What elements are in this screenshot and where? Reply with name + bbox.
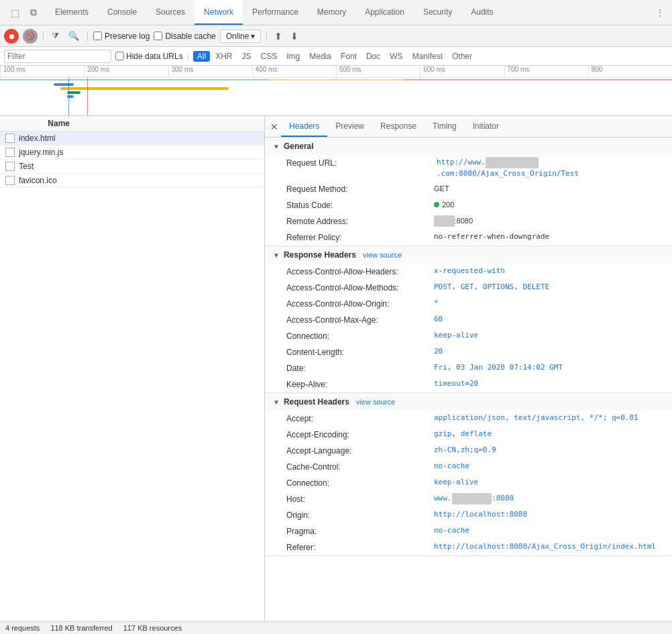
remote-blurred: [434, 215, 455, 227]
tab-console[interactable]: Console: [98, 0, 146, 25]
request-header-row: Referer:http://localhost:8080/Ajax_Cross…: [265, 539, 672, 556]
tab-elements[interactable]: Elements: [46, 0, 98, 25]
url-blurred: [486, 157, 539, 168]
response-headers-header[interactable]: ▼ Response Headers view source: [265, 246, 672, 264]
tab-security[interactable]: Security: [414, 0, 461, 25]
file-item[interactable]: index.html: [0, 131, 264, 146]
upload-icon[interactable]: ⬆: [272, 31, 284, 42]
name-column-label: Name: [48, 119, 70, 128]
response-header-value: x-requested-with: [434, 266, 505, 278]
preserve-log-label[interactable]: Preserve log: [93, 32, 150, 41]
disable-cache-label[interactable]: Disable cache: [154, 32, 215, 41]
response-headers-arrow: ▼: [273, 252, 280, 259]
request-header-value: zh-CN,zh;q=0.9: [434, 445, 496, 457]
inspect-icon[interactable]: ⬚: [7, 5, 23, 21]
file-icon: [5, 134, 15, 143]
file-item[interactable]: jquery.min.js: [0, 146, 264, 160]
filter-btn-manifest[interactable]: Manifest: [408, 51, 447, 62]
file-item[interactable]: favicon.ico: [0, 174, 264, 188]
request-header-name: Referer:: [286, 541, 434, 553]
request-header-row: Accept:application/json, text/javascript…: [265, 411, 672, 427]
filter-input[interactable]: [4, 50, 111, 63]
preserve-log-checkbox[interactable]: [93, 32, 102, 40]
request-header-name: Accept-Encoding:: [286, 429, 434, 441]
hide-data-urls-text: Hide data URLs: [126, 52, 183, 61]
tab-audits[interactable]: Audits: [461, 0, 502, 25]
detail-tab-timing[interactable]: Timing: [425, 116, 465, 137]
device-icon[interactable]: ⧉: [25, 5, 42, 21]
detail-tab-preview[interactable]: Preview: [327, 116, 372, 137]
response-header-name: Access-Control-Max-Age:: [286, 314, 434, 326]
online-button[interactable]: Online ▾: [220, 30, 262, 43]
network-toolbar: ⏺ 🚫 ⧩ 🔍 Preserve log Disable cache Onlin…: [0, 25, 672, 47]
tab-memory[interactable]: Memory: [308, 0, 355, 25]
filter-btn-ws[interactable]: WS: [386, 51, 406, 62]
request-header-value: application/json, text/javascript, */*; …: [434, 413, 638, 425]
file-item[interactable]: Test: [0, 160, 264, 174]
filter-btn-img[interactable]: Img: [282, 51, 304, 62]
file-list-header: index.html Name: [0, 116, 264, 131]
referrer-policy-label: Referrer Policy:: [286, 231, 434, 244]
filter-bar: Hide data URLs | AllXHRJSCSSImgMediaFont…: [0, 47, 672, 66]
resources-size: 117 KB resources: [123, 624, 182, 632]
filter-btn-all[interactable]: All: [193, 51, 210, 62]
record-button[interactable]: ⏺: [4, 29, 19, 44]
request-header-value: www. :8080: [434, 493, 514, 505]
timeline-tick: 200 ms: [84, 66, 168, 77]
timeline-tick: 500 ms: [336, 66, 420, 77]
request-header-name: Host:: [286, 493, 434, 505]
more-tabs-icon[interactable]: ⋮: [651, 8, 669, 17]
file-name: index.html: [19, 134, 259, 143]
filter-btn-other[interactable]: Other: [448, 51, 476, 62]
filter-btn-font[interactable]: Font: [337, 51, 361, 62]
detail-close-button[interactable]: ✕: [268, 120, 281, 134]
hide-data-urls-label[interactable]: Hide data URLs: [115, 52, 183, 61]
disable-cache-checkbox[interactable]: [154, 32, 162, 40]
response-header-row: Access-Control-Allow-Headers:x-requested…: [265, 264, 672, 280]
filter-buttons: AllXHRJSCSSImgMediaFontDocWSManifestOthe…: [193, 51, 476, 62]
request-headers-header[interactable]: ▼ Request Headers view source: [265, 393, 672, 411]
request-header-name: Connection:: [286, 477, 434, 489]
request-url-row: Request URL: http://www. .com:8080/Ajax_…: [265, 155, 672, 181]
request-headers-view-source[interactable]: view source: [356, 398, 395, 406]
response-header-value: POST, GET, OPTIONS, DELETE: [434, 282, 549, 294]
filter-icon[interactable]: ⧩: [49, 30, 62, 43]
host-blurred: [452, 493, 492, 505]
hide-data-urls-checkbox[interactable]: [115, 52, 124, 60]
request-header-row: Host:www. :8080: [265, 491, 672, 507]
filter-btn-css[interactable]: CSS: [257, 51, 282, 62]
timeline-tick: 700 ms: [504, 66, 588, 77]
detail-tab-headers[interactable]: Headers: [281, 116, 327, 137]
file-name: favicon.ico: [19, 176, 259, 185]
request-header-name: Accept:: [286, 413, 434, 425]
download-icon[interactable]: ⬇: [288, 31, 300, 42]
search-icon[interactable]: 🔍: [66, 30, 82, 42]
request-method-label: Request Method:: [286, 183, 434, 195]
request-headers-rows: Accept:application/json, text/javascript…: [265, 411, 672, 556]
file-list-items: index.htmljquery.min.jsTestfavicon.ico: [0, 131, 264, 188]
response-headers-rows: Access-Control-Allow-Headers:x-requested…: [265, 264, 672, 392]
devtools-tab-bar: ⬚ ⧉ ElementsConsoleSourcesNetworkPerform…: [0, 0, 672, 25]
status-dot: [434, 202, 439, 207]
request-header-value: gzip, deflate: [434, 429, 492, 441]
request-url-value: http://www. .com:8080/Ajax_Cross_Origin/…: [437, 157, 664, 179]
status-bar: 4 requests 118 KB transferred 117 KB res…: [0, 621, 672, 634]
response-header-name: Access-Control-Allow-Origin:: [286, 298, 434, 310]
clear-button[interactable]: 🚫: [23, 29, 38, 44]
tab-sources[interactable]: Sources: [146, 0, 194, 25]
detail-tab-response[interactable]: Response: [372, 116, 425, 137]
response-header-row: Access-Control-Allow-Methods:POST, GET, …: [265, 280, 672, 296]
file-name: Test: [19, 162, 259, 171]
general-section-header[interactable]: ▼ General: [265, 138, 672, 155]
timeline-tick: 100 ms: [0, 66, 84, 77]
filter-btn-js[interactable]: JS: [238, 51, 256, 62]
tab-application[interactable]: Application: [355, 0, 414, 25]
detail-tab-initiator[interactable]: Initiator: [465, 116, 507, 137]
tab-performance[interactable]: Performance: [243, 0, 308, 25]
filter-btn-media[interactable]: Media: [305, 51, 335, 62]
filter-btn-doc[interactable]: Doc: [362, 51, 384, 62]
file-icon: [5, 148, 15, 157]
filter-btn-xhr[interactable]: XHR: [211, 51, 236, 62]
response-headers-view-source[interactable]: view source: [363, 251, 402, 259]
tab-network[interactable]: Network: [194, 0, 243, 25]
